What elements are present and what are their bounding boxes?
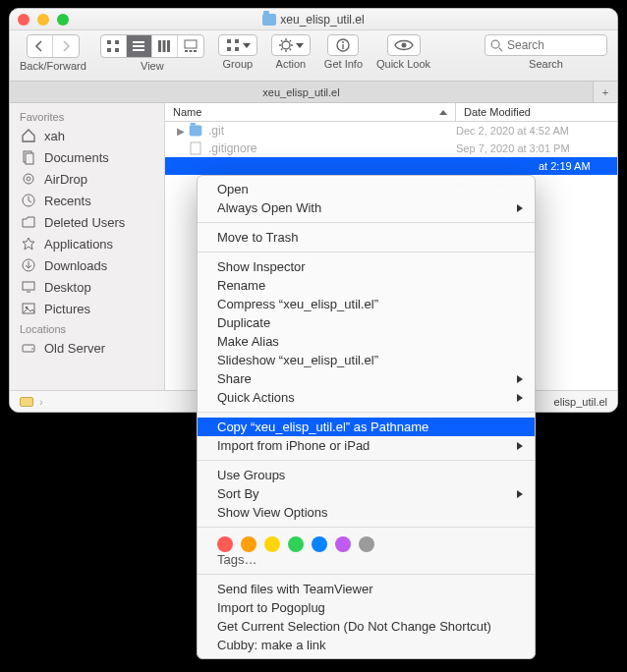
menu-make-alias[interactable]: Make Alias bbox=[198, 332, 535, 351]
file-date: Dec 2, 2020 at 4:52 AM bbox=[456, 125, 617, 137]
view-list-button[interactable] bbox=[127, 35, 152, 57]
menu-open[interactable]: Open bbox=[198, 180, 535, 198]
menu-sort-by[interactable]: Sort By bbox=[198, 484, 535, 503]
downloads-icon bbox=[20, 257, 37, 273]
sidebar-item-desktop[interactable]: Desktop bbox=[10, 276, 164, 298]
sidebar-item-xah[interactable]: xah bbox=[10, 125, 164, 146]
documents-icon bbox=[20, 149, 37, 165]
svg-rect-0 bbox=[107, 40, 111, 44]
svg-rect-5 bbox=[133, 45, 144, 47]
menu-separator bbox=[198, 252, 535, 252]
menu-slideshow[interactable]: Slideshow “xeu_elisp_util.el” bbox=[198, 351, 535, 369]
svg-point-23 bbox=[491, 40, 499, 48]
file-row[interactable]: .gitignore Sep 7, 2020 at 3:01 PM bbox=[165, 140, 617, 157]
menu-compress[interactable]: Compress “xeu_elisp_util.el” bbox=[198, 295, 535, 313]
menu-duplicate[interactable]: Duplicate bbox=[198, 313, 535, 332]
action-button[interactable] bbox=[271, 34, 311, 56]
sidebar-item-airdrop[interactable]: AirDrop bbox=[10, 168, 164, 190]
menu-separator bbox=[198, 460, 535, 461]
folder-icon bbox=[262, 14, 276, 26]
sidebar-item-pictures[interactable]: Pictures bbox=[10, 298, 164, 319]
svg-rect-12 bbox=[189, 50, 192, 52]
disclosure-triangle-icon[interactable]: ▶ bbox=[177, 126, 187, 137]
menu-always-open-with[interactable]: Always Open With bbox=[198, 198, 535, 217]
menu-send-teamviewer[interactable]: Send files with TeamViewer bbox=[198, 580, 535, 598]
sidebar-item-recents[interactable]: Recents bbox=[10, 190, 164, 211]
quick-look-label: Quick Look bbox=[376, 58, 430, 70]
file-row[interactable]: ▶ .git Dec 2, 2020 at 4:52 AM bbox=[165, 122, 617, 140]
home-icon bbox=[20, 128, 37, 143]
menu-import-iphone[interactable]: Import from iPhone or iPad bbox=[198, 436, 535, 455]
menu-copy-as-pathname[interactable]: Copy “xeu_elisp_util.el” as Pathname bbox=[198, 418, 535, 436]
sidebar-item-downloads[interactable]: Downloads bbox=[10, 254, 164, 276]
tag-yellow[interactable] bbox=[264, 536, 280, 552]
sidebar-item-applications[interactable]: Applications bbox=[10, 233, 164, 254]
new-tab-button[interactable]: + bbox=[594, 82, 617, 102]
column-header-date[interactable]: Date Modified bbox=[456, 103, 617, 121]
path-crumb[interactable]: elisp_util.el bbox=[554, 396, 607, 408]
svg-point-28 bbox=[27, 177, 30, 181]
sort-ascending-icon bbox=[439, 110, 447, 115]
menu-use-groups[interactable]: Use Groups bbox=[198, 466, 535, 484]
close-window-button[interactable] bbox=[18, 14, 29, 26]
menu-separator bbox=[198, 527, 535, 528]
menu-quick-actions[interactable]: Quick Actions bbox=[198, 388, 535, 407]
tag-orange[interactable] bbox=[241, 536, 256, 552]
menu-rename[interactable]: Rename bbox=[198, 276, 535, 295]
sidebar-item-label: Pictures bbox=[44, 302, 90, 316]
column-header-name[interactable]: Name bbox=[165, 103, 456, 121]
minimize-window-button[interactable] bbox=[37, 14, 49, 26]
get-info-button[interactable] bbox=[327, 34, 359, 56]
quick-look-button[interactable] bbox=[387, 34, 421, 56]
search-label: Search bbox=[529, 58, 563, 70]
svg-line-24 bbox=[499, 48, 503, 52]
sidebar-item-deleted-users[interactable]: Deleted Users bbox=[10, 211, 164, 233]
back-button[interactable] bbox=[28, 35, 53, 57]
menu-show-view-options[interactable]: Show View Options bbox=[198, 503, 535, 522]
group-label: Group bbox=[223, 58, 254, 70]
airdrop-icon bbox=[20, 171, 37, 187]
tag-blue[interactable] bbox=[312, 536, 327, 552]
sidebar-item-documents[interactable]: Documents bbox=[10, 146, 164, 168]
file-row-selected[interactable]: at 2:19 AM bbox=[165, 157, 617, 175]
menu-cubby[interactable]: Cubby: make a link bbox=[198, 636, 535, 654]
view-column-button[interactable] bbox=[152, 35, 178, 57]
tag-gray[interactable] bbox=[359, 536, 374, 552]
menu-tags[interactable]: Tags… bbox=[198, 552, 535, 569]
titlebar: xeu_elisp_util.el bbox=[10, 9, 617, 30]
tag-red[interactable] bbox=[217, 536, 233, 552]
pictures-icon bbox=[20, 301, 37, 316]
group-button[interactable] bbox=[218, 34, 257, 56]
view-gallery-button[interactable] bbox=[178, 35, 203, 57]
menu-move-to-trash[interactable]: Move to Trash bbox=[198, 228, 535, 247]
sidebar-heading-locations: Locations bbox=[10, 319, 164, 337]
folder-icon bbox=[20, 214, 37, 230]
svg-rect-1 bbox=[115, 40, 119, 44]
menu-show-inspector[interactable]: Show Inspector bbox=[198, 257, 535, 276]
file-date-fragment: at 2:19 AM bbox=[539, 157, 617, 175]
drive-icon bbox=[20, 397, 33, 407]
view-icon-button[interactable] bbox=[101, 35, 127, 57]
forward-button[interactable] bbox=[53, 35, 79, 57]
sidebar-item-label: Old Server bbox=[44, 341, 105, 356]
menu-import-pogoplug[interactable]: Import to Pogoplug bbox=[198, 598, 535, 617]
tab[interactable]: xeu_elisp_util.el bbox=[10, 82, 594, 102]
get-info-label: Get Info bbox=[324, 58, 363, 70]
menu-get-current-selection[interactable]: Get Current Selection (Do Not Change Sho… bbox=[198, 617, 535, 636]
svg-point-22 bbox=[401, 43, 406, 48]
view-switcher bbox=[100, 34, 204, 58]
tab-label: xeu_elisp_util.el bbox=[262, 86, 339, 98]
svg-rect-10 bbox=[185, 40, 197, 48]
sidebar-item-old-server[interactable]: Old Server bbox=[10, 337, 164, 359]
svg-point-27 bbox=[24, 174, 33, 184]
menu-share[interactable]: Share bbox=[198, 369, 535, 388]
zoom-window-button[interactable] bbox=[57, 14, 69, 26]
sidebar-item-label: Applications bbox=[44, 237, 113, 252]
action-label: Action bbox=[276, 58, 307, 70]
column-headers: Name Date Modified bbox=[165, 103, 617, 122]
toolbar: Back/Forward View bbox=[10, 30, 617, 82]
tag-purple[interactable] bbox=[335, 536, 351, 552]
tab-bar: xeu_elisp_util.el + bbox=[10, 82, 617, 103]
sidebar-item-label: Deleted Users bbox=[44, 215, 125, 230]
tag-green[interactable] bbox=[288, 536, 304, 552]
